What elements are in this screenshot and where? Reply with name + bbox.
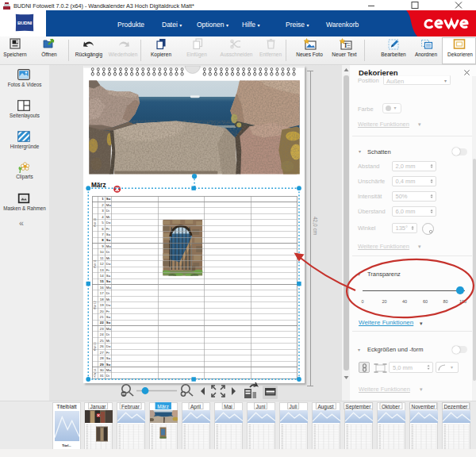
svg-text:Fr: Fr: [106, 267, 110, 271]
svg-text:KW 10: KW 10: [94, 218, 97, 227]
svg-text:16: 16: [100, 285, 104, 289]
svg-text:Do: Do: [106, 262, 111, 266]
svg-text:11: 11: [100, 255, 104, 259]
svg-text:Mo: Mo: [106, 202, 112, 206]
svg-text:Di: Di: [106, 209, 109, 213]
svg-text:29: 29: [100, 362, 104, 366]
svg-text:Di: Di: [106, 291, 109, 295]
svg-text:Fr: Fr: [106, 350, 110, 354]
svg-text:Do: Do: [106, 303, 111, 307]
svg-text:19: 19: [100, 303, 104, 307]
svg-text:So: So: [106, 321, 111, 325]
svg-text:So: So: [106, 238, 111, 242]
svg-text:Fr: Fr: [106, 226, 110, 230]
svg-text:Mi: Mi: [106, 338, 110, 342]
svg-text:13: 13: [100, 267, 104, 271]
svg-text:Di: Di: [106, 332, 109, 336]
svg-text:26: 26: [100, 344, 104, 348]
svg-text:Do: Do: [106, 221, 111, 225]
svg-text:Mo: Mo: [106, 285, 112, 289]
svg-text:Do: Do: [106, 344, 111, 348]
svg-text:25: 25: [100, 338, 104, 342]
svg-text:21: 21: [100, 315, 104, 319]
svg-text:Fr: Fr: [106, 309, 110, 313]
svg-text:12: 12: [100, 262, 104, 266]
svg-text:Sa: Sa: [106, 315, 111, 319]
svg-text:14: 14: [100, 274, 104, 278]
svg-text:Sa: Sa: [106, 356, 111, 360]
svg-text:Mi: Mi: [106, 255, 110, 259]
svg-text:17: 17: [100, 291, 104, 295]
svg-text:Sa: Sa: [106, 232, 111, 236]
svg-text:KW 12: KW 12: [94, 301, 97, 309]
svg-text:BUDNI: BUDNI: [17, 21, 33, 25]
svg-text:18: 18: [100, 297, 104, 301]
svg-text:Di: Di: [106, 250, 109, 254]
svg-text:Mo: Mo: [106, 367, 112, 371]
svg-text:23: 23: [100, 326, 104, 330]
svg-text:Mo: Mo: [106, 244, 112, 248]
svg-text:27: 27: [100, 350, 104, 354]
svg-text:24: 24: [100, 332, 104, 336]
svg-text:März: März: [91, 181, 106, 188]
svg-text:10: 10: [100, 250, 104, 254]
svg-text:Mo: Mo: [106, 326, 112, 330]
svg-text:22: 22: [100, 321, 104, 325]
svg-text:KW 14: KW 14: [94, 368, 97, 377]
svg-text:Mi: Mi: [106, 214, 110, 218]
svg-text:Mi: Mi: [106, 297, 110, 301]
svg-text:Di: Di: [106, 374, 109, 378]
svg-text:30: 30: [100, 367, 104, 371]
svg-text:KW 13: KW 13: [94, 342, 97, 351]
svg-text:So: So: [106, 362, 111, 366]
svg-text:Sa: Sa: [106, 274, 111, 278]
svg-text:31: 31: [100, 374, 104, 378]
svg-text:15: 15: [100, 279, 104, 283]
svg-text:So: So: [106, 197, 111, 201]
svg-text:So: So: [106, 279, 111, 283]
svg-text:KW 11: KW 11: [94, 259, 97, 268]
svg-text:20: 20: [100, 309, 104, 313]
svg-text:28: 28: [100, 356, 104, 360]
